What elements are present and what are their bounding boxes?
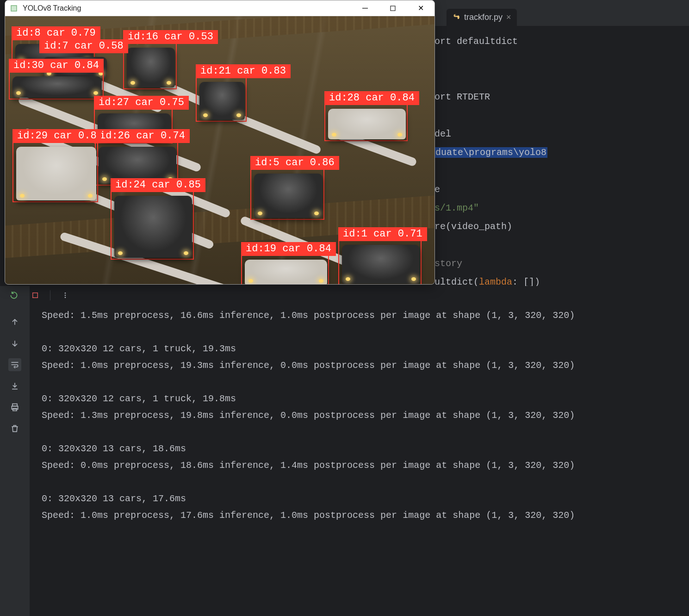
svg-rect-0 [33,293,38,298]
close-button[interactable]: ✕ [407,0,435,16]
detection-box: id:19 car 0.84 [241,255,329,284]
print-icon[interactable] [8,401,21,414]
detection-label: id:5 car 0.86 [250,156,339,170]
detection-box: id:28 car 0.84 [324,104,408,141]
detection-box: id:30 car 0.84 [9,72,104,100]
tab-close-icon[interactable]: × [506,12,511,22]
console-output[interactable]: Speed: 1.5ms preprocess, 16.6ms inferenc… [30,286,689,616]
detection-box: id:5 car 0.86 [250,169,324,220]
close-icon: ✕ [418,4,424,12]
console-gutter [0,286,30,616]
car-shape [254,174,323,218]
car-shape [199,82,245,120]
detection-label: id:26 car 0.74 [95,129,190,143]
detection-label: id:19 car 0.84 [241,242,336,256]
detection-label: id:27 car 0.75 [94,96,189,110]
code-editor[interactable]: ort defaultdict ort RTDETR delduate\prog… [430,26,689,296]
svg-rect-8 [12,6,17,11]
svg-point-1 [65,292,66,294]
car-shape [16,147,96,200]
stop-button[interactable] [29,289,42,302]
detection-label: id:21 car 0.83 [196,64,291,78]
trash-icon[interactable] [8,422,21,435]
detection-label: id:7 car 0.58 [39,39,128,53]
detection-box: id:21 car 0.83 [196,77,247,122]
title-bar[interactable]: YOLOv8 Tracking ✕ [5,0,435,16]
detection-label: id:28 car 0.84 [324,91,419,105]
python-icon [452,13,460,22]
tab-trackfor[interactable]: trackfor.py × [447,9,517,26]
svg-rect-10 [391,6,395,11]
svg-point-2 [65,295,66,296]
video-viewport: id:8 car 0.79id:16 car 0.53id:7 car 0.58… [5,16,435,284]
car-shape [127,48,175,87]
detection-label: id:30 car 0.84 [9,59,104,73]
console-toolbar [7,289,72,302]
scroll-up-icon[interactable] [8,316,21,329]
car-shape [12,76,102,98]
svg-rect-9 [362,8,368,9]
detection-label: id:24 car 0.85 [111,178,205,192]
detection-box: id:1 car 0.71 [338,240,422,284]
detection-label: id:1 car 0.71 [338,227,427,241]
car-shape [328,109,406,139]
soft-wrap-icon[interactable] [8,358,21,371]
minimize-button[interactable] [351,0,379,16]
editor-tab-bar: trackfor.py × [430,0,689,26]
detection-label: id:8 car 0.79 [12,26,100,40]
window-title: YOLOv8 Tracking [23,4,351,12]
scroll-to-end-icon[interactable] [8,380,21,392]
car-shape [342,245,420,284]
detection-label: id:29 car 0.8 [12,129,101,143]
svg-point-3 [65,297,66,298]
yolov8-window: YOLOv8 Tracking ✕ id:8 car 0.79id:16 car… [5,0,435,285]
detection-box: id:29 car 0.8 [12,142,98,202]
tab-filename: trackfor.py [464,12,503,22]
maximize-button[interactable] [379,0,407,16]
kebab-icon[interactable] [59,289,72,302]
console-panel: Speed: 1.5ms preprocess, 16.6ms inferenc… [0,286,689,616]
app-icon [8,2,20,14]
editor-area: trackfor.py × ort defaultdict ort RTDETR… [430,0,689,286]
rerun-button[interactable] [7,289,20,302]
car-shape [245,260,327,284]
detection-box: id:24 car 0.85 [111,191,194,260]
car-shape [114,196,192,258]
scroll-down-icon[interactable] [8,337,21,350]
detection-label: id:16 car 0.53 [123,30,218,44]
detection-box: id:16 car 0.53 [123,43,177,89]
